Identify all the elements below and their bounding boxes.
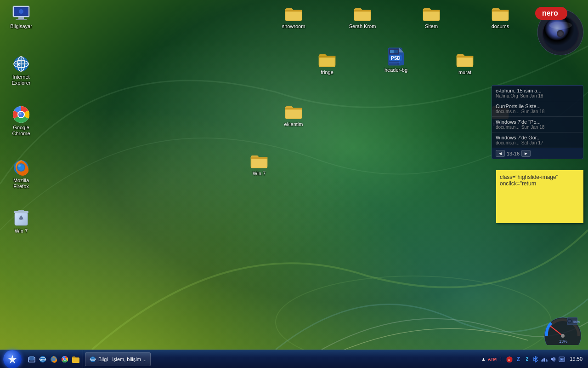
svg-rect-70 xyxy=(541,360,542,362)
taskbar: e xyxy=(0,350,588,368)
tray-expand-icon[interactable]: ▲ xyxy=(480,356,487,363)
tray-folder-icon[interactable] xyxy=(558,356,565,363)
showroom-label: showroom xyxy=(282,23,305,29)
svg-point-12 xyxy=(14,57,28,71)
sticky-note[interactable]: class="highslide-image"onclick="return xyxy=(496,170,583,223)
header-bg-label: header-bg xyxy=(384,67,407,73)
news-title-3: Windows 7'de "Po... xyxy=(496,119,579,125)
news-meta-1: Nahnu.Org Sun Jan 18 xyxy=(496,93,579,98)
folder-eklentim-icon xyxy=(284,102,303,121)
svg-text:nero: nero xyxy=(542,9,558,17)
win7-label: Win 7 xyxy=(253,171,266,177)
svg-text:e: e xyxy=(41,358,43,362)
news-widget: e-tohum, 15 isim a... Nahnu.Org Sun Jan … xyxy=(492,85,583,159)
svg-rect-67 xyxy=(543,358,545,362)
news-meta-3: docums.n... Sun Jan 18 xyxy=(496,125,579,130)
desktop-icon-eklentim[interactable]: eklentim xyxy=(277,100,310,129)
news-prev-button[interactable]: ◄ xyxy=(496,150,505,157)
nero-widget[interactable]: nero xyxy=(531,2,586,58)
news-item-4[interactable]: Windows 7'de Gör... docums.n... Sat Jan … xyxy=(492,132,583,148)
folder-showroom-icon xyxy=(284,4,303,23)
desktop-icon-showroom[interactable]: showroom xyxy=(277,2,310,31)
cpu-widget: 13% 50% xyxy=(540,313,586,345)
news-title-1: e-tohum, 15 isim a... xyxy=(496,88,579,93)
news-item-2[interactable]: CurrPorts ile Siste... docums.n... Sun J… xyxy=(492,101,583,117)
news-title-4: Windows 7'de Gör... xyxy=(496,135,579,140)
desktop: Bilgisayar e Internet Explorer xyxy=(0,0,588,368)
svg-text:PSD: PSD xyxy=(391,56,401,61)
folder-quicklaunch[interactable] xyxy=(71,354,81,364)
desktop-icon-fringe[interactable]: fringe xyxy=(311,48,344,77)
news-meta-4: docums.n... Sat Jan 17 xyxy=(496,140,579,145)
sitem-label: Sitem xyxy=(425,23,438,29)
firefox-icon xyxy=(12,158,30,177)
taskbar-item-label: Bilgi - işlem, bilişim ... xyxy=(98,356,147,362)
svg-rect-3 xyxy=(18,17,24,19)
serah-krom-label: Serah Krom xyxy=(349,23,376,29)
news-next-button[interactable]: ► xyxy=(521,150,531,157)
news-item-1[interactable]: e-tohum, 15 isim a... Nahnu.Org Sun Jan … xyxy=(492,86,583,101)
ie-icon: e xyxy=(12,55,30,73)
clock-time: 19:50 xyxy=(570,356,582,362)
show-desktop-button[interactable] xyxy=(27,354,37,364)
tray-atm-icon[interactable]: ATM xyxy=(488,356,496,363)
svg-point-22 xyxy=(18,164,21,167)
desktop-icon-ie[interactable]: e Internet Explorer xyxy=(5,53,38,88)
taskbar-items: Bilgi - işlem, bilişim ... xyxy=(83,350,477,368)
taskbar-item-bilgi[interactable]: Bilgi - işlem, bilişim ... xyxy=(85,352,151,366)
desktop-icon-chrome[interactable]: GoogleChrome xyxy=(5,104,38,138)
svg-point-74 xyxy=(561,358,563,360)
ie-label: Internet Explorer xyxy=(6,74,36,86)
tray-exclaim-icon[interactable]: ! xyxy=(497,356,504,363)
eklentim-label: eklentim xyxy=(284,121,303,127)
start-button[interactable] xyxy=(0,350,25,368)
desktop-icon-firefox[interactable]: MozillaFirefox xyxy=(5,156,38,191)
docums-label: docums xyxy=(492,23,509,29)
svg-point-6 xyxy=(19,9,23,14)
news-title-2: CurrPorts ile Siste... xyxy=(496,104,579,109)
svg-point-62 xyxy=(64,358,66,360)
desktop-icon-win7[interactable]: Win 7 xyxy=(243,150,276,178)
desktop-icon-header-bg[interactable]: PSD header-bg xyxy=(379,46,413,75)
desktop-icon-bilgisayar[interactable]: Bilgisayar xyxy=(5,2,38,31)
svg-point-17 xyxy=(18,112,24,117)
news-item-3[interactable]: Windows 7'de "Po... docums.n... Sun Jan … xyxy=(492,117,583,132)
chrome-quicklaunch[interactable] xyxy=(60,354,70,364)
firefox-quicklaunch[interactable] xyxy=(49,354,59,364)
clock[interactable]: 19:50 xyxy=(567,356,585,362)
tray-network-icon[interactable] xyxy=(541,356,548,363)
svg-text:e: e xyxy=(18,61,21,67)
tray-antivirus-icon[interactable]: A xyxy=(506,356,513,363)
svg-rect-34 xyxy=(390,50,394,53)
tray-2-icon[interactable]: 2 xyxy=(523,356,531,363)
folder-docums-icon xyxy=(491,4,509,23)
folder-sitem-icon xyxy=(422,4,441,23)
svg-point-46 xyxy=(561,334,565,338)
news-footer: ◄ 13-16 ► xyxy=(492,148,583,159)
svg-text:50%: 50% xyxy=(573,320,580,323)
taskbar-ie-icon xyxy=(89,356,96,363)
svg-rect-4 xyxy=(16,19,27,20)
tray-bluetooth-icon[interactable] xyxy=(532,356,539,363)
desktop-icon-murat[interactable]: murat xyxy=(448,48,481,77)
desktop-icon-serah-krom[interactable]: Serah Krom xyxy=(346,2,379,31)
svg-point-59 xyxy=(52,357,56,361)
folder-murat-icon xyxy=(456,50,474,69)
tray-speaker-icon[interactable] xyxy=(549,356,557,363)
svg-rect-53 xyxy=(29,356,34,360)
ie-quicklaunch[interactable]: e xyxy=(38,354,48,364)
start-orb[interactable] xyxy=(3,350,22,368)
svg-text:13%: 13% xyxy=(559,339,567,344)
svg-point-50 xyxy=(568,320,571,322)
tray-z-icon[interactable]: Z xyxy=(514,356,522,363)
svg-rect-35 xyxy=(394,50,398,53)
murat-label: murat xyxy=(458,69,471,75)
quick-launch: e xyxy=(25,350,83,368)
desktop-icon-sitem[interactable]: Sitem xyxy=(415,2,448,31)
folder-win7-icon xyxy=(250,151,268,170)
svg-rect-69 xyxy=(546,359,547,362)
desktop-icon-docums[interactable]: docums xyxy=(484,2,517,31)
recycle-icon xyxy=(12,209,30,227)
firefox-label: MozillaFirefox xyxy=(13,178,29,190)
desktop-icon-recycle[interactable]: Win 7 xyxy=(5,207,38,236)
